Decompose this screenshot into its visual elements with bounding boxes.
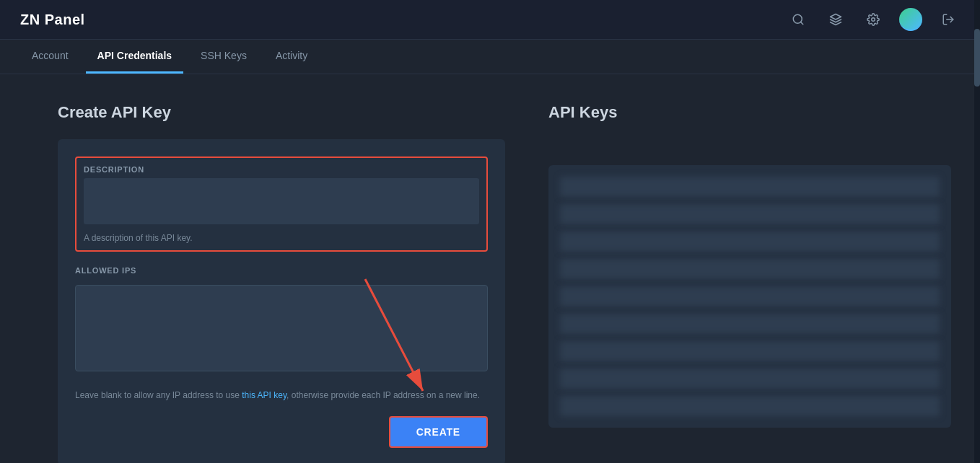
tab-api-credentials[interactable]: API Credentials	[86, 39, 183, 74]
topbar: ZN Panel	[0, 0, 980, 40]
api-key-row	[560, 259, 940, 279]
logout-icon[interactable]	[937, 8, 960, 31]
svg-marker-2	[831, 14, 841, 20]
allowed-ips-group: ALLOWED IPS	[75, 266, 488, 374]
scrollbar-thumb[interactable]	[974, 29, 980, 87]
api-key-row	[560, 204, 940, 224]
api-key-row	[560, 341, 940, 361]
tab-activity[interactable]: Activity	[264, 39, 319, 74]
api-key-row	[560, 286, 940, 307]
api-key-row	[560, 369, 940, 389]
svg-point-3	[872, 18, 875, 22]
scrollbar-track	[974, 0, 980, 463]
form-footer: CREATE	[75, 416, 488, 448]
create-api-key-panel: Create API Key DESCRIPTION A description…	[58, 103, 505, 463]
create-api-key-form: DESCRIPTION A description of this API ke…	[58, 139, 505, 463]
api-key-row	[560, 396, 940, 416]
app-logo: ZN Panel	[20, 12, 85, 28]
api-keys-title: API Keys	[548, 103, 951, 122]
topbar-icons	[787, 8, 960, 31]
search-icon[interactable]	[787, 8, 810, 31]
tabs-bar: Account API Credentials SSH Keys Activit…	[0, 40, 980, 74]
description-hint: A description of this API key.	[84, 233, 479, 243]
tab-account[interactable]: Account	[20, 39, 80, 74]
layers-icon[interactable]	[824, 8, 847, 31]
create-button[interactable]: CREATE	[389, 416, 488, 448]
description-input[interactable]	[84, 178, 479, 224]
allowed-ips-hint: Leave blank to allow any IP address to u…	[75, 389, 488, 402]
this-api-key-link[interactable]: this API key	[242, 390, 286, 400]
create-api-key-title: Create API Key	[58, 103, 505, 122]
api-key-row	[560, 232, 940, 252]
api-key-row	[560, 177, 940, 197]
api-key-row	[560, 314, 940, 334]
settings-icon[interactable]	[862, 8, 885, 31]
main-content: Create API Key DESCRIPTION A description…	[0, 74, 980, 463]
api-keys-list	[548, 165, 951, 428]
user-avatar[interactable]	[899, 8, 922, 31]
api-keys-panel: API Keys	[548, 103, 951, 463]
allowed-ips-label: ALLOWED IPS	[75, 266, 488, 275]
allowed-ips-input[interactable]	[75, 285, 488, 371]
svg-line-1	[800, 22, 802, 24]
description-label: DESCRIPTION	[84, 165, 479, 174]
tab-ssh-keys[interactable]: SSH Keys	[189, 39, 258, 74]
description-group: DESCRIPTION A description of this API ke…	[75, 156, 488, 252]
